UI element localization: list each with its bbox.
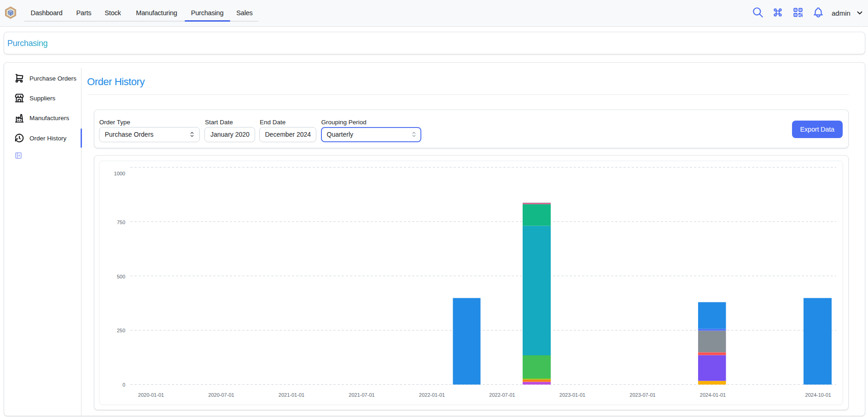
- svg-text:500: 500: [117, 273, 125, 279]
- svg-text:2021-07-01: 2021-07-01: [349, 392, 374, 397]
- svg-text:2022-01-01: 2022-01-01: [419, 392, 445, 397]
- svg-text:750: 750: [117, 220, 125, 225]
- svg-text:1000: 1000: [114, 171, 125, 176]
- svg-text:2024-01-01: 2024-01-01: [700, 392, 726, 397]
- svg-text:0: 0: [122, 382, 125, 387]
- svg-text:2021-01-01: 2021-01-01: [279, 392, 304, 397]
- svg-text:2022-07-01: 2022-07-01: [489, 392, 515, 397]
- svg-text:250: 250: [117, 327, 125, 333]
- svg-text:2023-01-01: 2023-01-01: [559, 392, 585, 397]
- svg-text:2020-01-01: 2020-01-01: [138, 392, 164, 397]
- svg-text:2024-10-01: 2024-10-01: [805, 392, 831, 397]
- svg-text:2020-07-01: 2020-07-01: [208, 392, 234, 397]
- svg-text:2023-07-01: 2023-07-01: [629, 392, 655, 397]
